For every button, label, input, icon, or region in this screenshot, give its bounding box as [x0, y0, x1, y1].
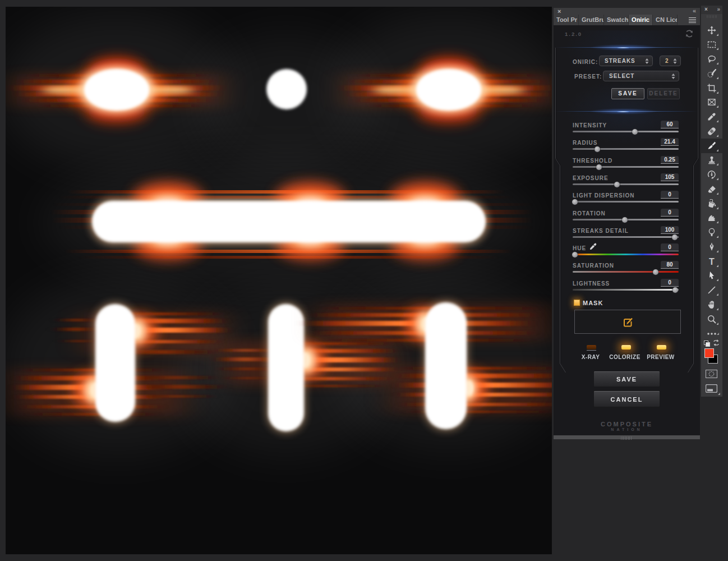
svg-text:T: T	[709, 257, 715, 266]
